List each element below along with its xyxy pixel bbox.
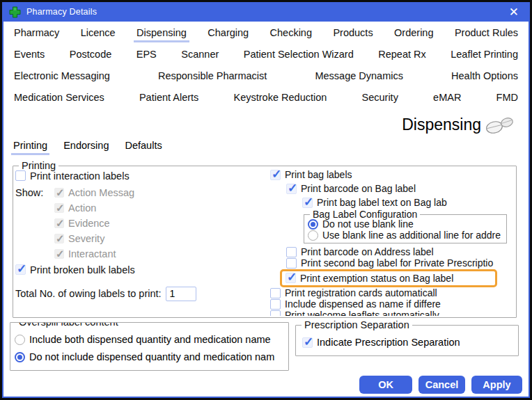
checkbox-label: Evidence <box>68 218 110 229</box>
radio-include-both[interactable] <box>15 335 25 345</box>
tab-row-3: Electronic Messaging Responsible Pharmac… <box>4 66 528 88</box>
checkbox-label: Interactant <box>68 248 116 259</box>
tab-leaflet-printing[interactable]: Leaflet Printing <box>448 47 521 64</box>
checkbox-label: Print welcome leaflets automatically <box>285 310 439 316</box>
tab-row-2: Events Postcode EPS Scanner Patient Sele… <box>4 45 528 66</box>
checkbox-label: Severity <box>68 233 104 244</box>
tab-repeat-rx[interactable]: Repeat Rx <box>375 47 429 64</box>
subtab-defaults[interactable]: Defaults <box>123 138 164 155</box>
checkbox-print-exemption-status[interactable] <box>285 273 296 283</box>
tab-ordering[interactable]: Ordering <box>391 25 436 42</box>
ok-button[interactable]: OK <box>359 376 412 394</box>
checkbox-label: Print registration cards automaticall <box>285 287 437 298</box>
checkbox-label: Include dispensed as name if differe <box>285 298 441 310</box>
subtab-strip: Printing Endorsing Defaults <box>11 138 164 155</box>
tab-medication-services[interactable]: Medication Services <box>11 90 107 107</box>
checkbox-print-interaction-labels[interactable] <box>15 170 26 181</box>
tab-emar[interactable]: eMAR <box>430 90 464 107</box>
radio-label: Do not include dispensed quantity and me… <box>29 351 274 362</box>
tab-health-options[interactable]: Health Options <box>448 68 521 86</box>
overspill-group: Overspill label content Include both dis… <box>10 322 289 371</box>
tab-postcode[interactable]: Postcode <box>67 47 114 64</box>
checkbox-include-dispensed-as-name[interactable] <box>270 299 281 310</box>
tab-patient-selection-wizard[interactable]: Patient Selection Wizard <box>241 47 357 64</box>
pharmacy-cross-icon <box>9 6 21 18</box>
checkbox-label: Print broken bulk labels <box>30 264 135 275</box>
close-icon[interactable]: ✕ <box>505 6 523 18</box>
checkbox-print-registration-cards[interactable] <box>270 288 281 298</box>
checkbox-label: Indicate Prescription Separation <box>317 337 460 348</box>
tab-licence[interactable]: Licence <box>78 25 118 42</box>
pharmacy-details-window: Pharmacy Details ✕ Pharmacy Licence Disp… <box>0 0 532 400</box>
checkbox-show-interactant[interactable] <box>54 249 64 259</box>
prescription-separation-group: Prescription Separation Indicate Prescri… <box>295 325 519 356</box>
tab-charging[interactable]: Charging <box>205 25 251 42</box>
radio-do-not-use-blank-line[interactable] <box>308 219 318 230</box>
tab-product-rules[interactable]: Product Rules <box>452 25 521 42</box>
radio-label: Use blank line as additional line for ad… <box>322 230 501 241</box>
checkbox-show-action[interactable] <box>54 203 64 213</box>
subtab-printing[interactable]: Printing <box>11 138 49 155</box>
checkbox-label: Print barcode on Address label <box>301 246 434 257</box>
radio-label: Do not use blank line <box>322 218 414 230</box>
owing-labels-input[interactable] <box>166 287 196 301</box>
checkbox-print-bag-labels[interactable] <box>270 170 281 180</box>
tab-fmd[interactable]: FMD <box>494 90 521 107</box>
prescription-separation-title: Prescription Separation <box>302 319 412 330</box>
tab-strip: Pharmacy Licence Dispensing Charging Che… <box>4 23 528 109</box>
checkbox-label: Print exemption status on Bag label <box>300 273 453 284</box>
checkbox-label: Print barcode on Bag label <box>301 183 416 194</box>
pills-icon <box>485 116 514 134</box>
checkbox-print-second-bag-label[interactable] <box>286 258 297 269</box>
checkbox-indicate-prescription-separation[interactable] <box>302 337 313 348</box>
tab-eps[interactable]: EPS <box>134 47 159 64</box>
checkbox-show-evidence[interactable] <box>54 218 64 228</box>
tab-message-dynamics[interactable]: Message Dynamics <box>312 68 406 86</box>
checkbox-label: Print second bag label for Private Presc… <box>301 257 493 269</box>
bag-label-configuration-title: Bag Label Configuration <box>310 209 420 220</box>
tab-electronic-messaging[interactable]: Electronic Messaging <box>11 68 113 86</box>
title-bar: Pharmacy Details ✕ <box>2 2 530 22</box>
checkbox-label: Action Messag <box>68 187 134 198</box>
overspill-group-title: Overspill label content <box>16 322 121 328</box>
cancel-button[interactable]: Cancel <box>418 376 465 394</box>
apply-button[interactable]: Apply <box>471 376 522 394</box>
tab-checking[interactable]: Checking <box>267 25 315 42</box>
checkbox-label: Action <box>68 202 96 214</box>
tab-patient-alerts[interactable]: Patient Alerts <box>136 90 201 107</box>
tab-security[interactable]: Security <box>359 90 401 107</box>
checkbox-label: Print bag label text on Bag lab <box>317 197 447 208</box>
checkbox-label: Print bag labels <box>285 169 352 180</box>
tab-row-4: Medication Services Patient Alerts Keyst… <box>4 88 528 109</box>
printing-right-column: Print bag labels Print barcode on Bag la… <box>270 168 515 316</box>
checkbox-show-severity[interactable] <box>54 234 64 243</box>
tab-scanner[interactable]: Scanner <box>178 47 221 64</box>
checkbox-print-barcode-on-bag-label[interactable] <box>286 184 297 194</box>
checkbox-print-broken-bulk-labels[interactable] <box>15 264 26 275</box>
checkbox-label: Print interaction labels <box>30 170 130 182</box>
subtab-endorsing[interactable]: Endorsing <box>61 138 111 155</box>
tab-row-1: Pharmacy Licence Dispensing Charging Che… <box>4 23 528 45</box>
page-heading: Dispensing <box>402 115 514 134</box>
bag-label-configuration-group: Bag Label Configuration Do not use blank… <box>304 214 507 243</box>
radio-label: Include both dispensed quantity and medi… <box>29 334 271 345</box>
tab-responsible-pharmacist[interactable]: Responsible Pharmacist <box>155 68 269 86</box>
checkbox-print-bag-label-text[interactable] <box>302 198 313 208</box>
tab-pharmacy[interactable]: Pharmacy <box>11 25 62 42</box>
tab-products[interactable]: Products <box>330 25 375 42</box>
checkbox-print-welcome-leaflets[interactable] <box>270 310 281 317</box>
checkbox-print-barcode-on-address-label[interactable] <box>286 247 297 257</box>
window-title: Pharmacy Details <box>26 7 97 17</box>
checkbox-show-action-message[interactable] <box>54 188 64 198</box>
highlight-box: Print exemption status on Bag label <box>280 269 497 287</box>
tab-keystroke-reduction[interactable]: Keystroke Reduction <box>231 90 330 107</box>
tab-events[interactable]: Events <box>11 47 47 64</box>
radio-do-not-include[interactable] <box>15 352 25 362</box>
printing-left-column: Print interaction labels Show: Action Me… <box>15 168 266 301</box>
page-title: Dispensing <box>402 115 481 134</box>
radio-use-blank-line[interactable] <box>308 230 318 241</box>
tab-dispensing[interactable]: Dispensing <box>134 25 189 42</box>
show-label: Show: <box>15 187 50 198</box>
owing-labels-label: Total No. of owing labels to print: <box>15 288 162 299</box>
